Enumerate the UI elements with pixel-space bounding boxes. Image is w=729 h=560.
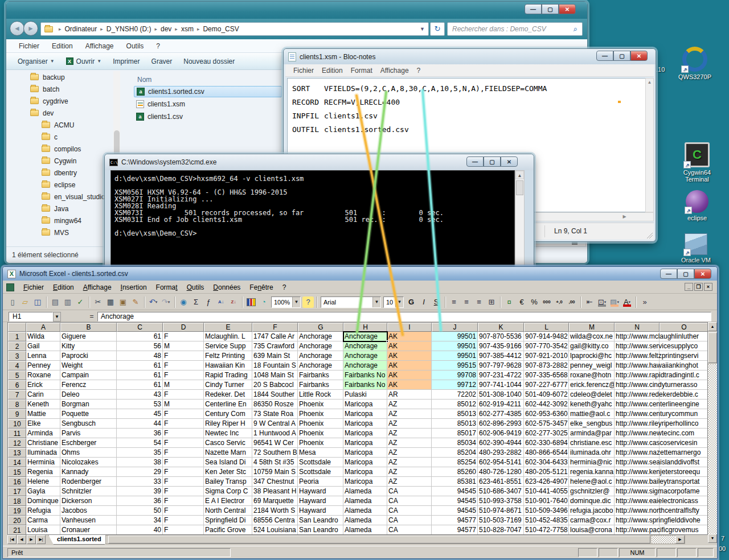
new-document-icon[interactable]: ▯ — [7, 297, 18, 308]
restore-button[interactable]: ▢ — [677, 269, 694, 279]
cell-L10[interactable]: 602-575-3457 — [524, 419, 569, 429]
cell-L1[interactable]: 907-914-9482 — [524, 332, 569, 341]
cell-K17[interactable]: 510-686-3407 — [478, 487, 524, 496]
cell-C14[interactable]: 38 — [117, 458, 163, 467]
cell-B18[interactable]: Dickerson — [60, 496, 117, 506]
column-header-E[interactable]: E — [204, 323, 252, 332]
grid-hscrollbar[interactable]: ▶ — [105, 535, 685, 544]
workbook-restore-button[interactable]: ❐ — [694, 283, 703, 291]
cell-H7[interactable]: Pulaski — [343, 390, 387, 400]
cell-I12[interactable]: AZ — [387, 438, 432, 448]
cell-I16[interactable]: AZ — [387, 477, 432, 487]
cell-J21[interactable]: 94577 — [432, 525, 478, 535]
cell-I13[interactable]: AZ — [387, 448, 432, 458]
cell-C2[interactable]: 56 — [117, 341, 163, 351]
cell-C10[interactable]: 44 — [117, 419, 163, 429]
cell-F2[interactable]: 735 Crawford — [252, 341, 298, 351]
breadcrumb-item[interactable]: dev — [161, 25, 171, 33]
menu-item[interactable]: Fenêtre — [249, 283, 273, 291]
tree-item-mvs[interactable]: MVS — [9, 227, 113, 236]
menu-item[interactable]: ? — [417, 67, 421, 75]
cell-G9[interactable]: Phoenix — [298, 409, 343, 419]
cell-K7[interactable]: 501-308-1040 — [478, 390, 524, 400]
cell-A3[interactable]: Lenna — [26, 351, 60, 361]
row-header-18[interactable]: 18 — [8, 496, 26, 506]
cell-C20[interactable]: 34 — [117, 516, 163, 525]
cell-A19[interactable]: Refugia — [26, 506, 60, 516]
cell-F14[interactable]: 4 58th St #35 — [252, 458, 298, 467]
cell-L21[interactable]: 510-472-7758 — [524, 525, 569, 535]
cell-D4[interactable]: F — [163, 361, 204, 370]
thousands-icon[interactable]: 000 — [541, 297, 552, 308]
cell-A21[interactable]: Louisa — [26, 525, 60, 535]
breadcrumb-item[interactable]: Demo_CSV — [203, 25, 239, 33]
cell-D9[interactable]: F — [163, 409, 204, 419]
cell-I19[interactable]: CA — [387, 506, 432, 516]
cell-H20[interactable]: Alameda — [343, 516, 387, 525]
redo-icon[interactable]: ↷▾ — [160, 297, 171, 308]
breadcrumb-item[interactable]: Ordinateur — [65, 25, 97, 33]
tree-item-backup[interactable]: backup — [9, 71, 113, 83]
close-button[interactable]: ✕ — [501, 157, 518, 167]
cell-C13[interactable]: 35 — [117, 448, 163, 458]
column-header-F[interactable]: F — [252, 323, 298, 332]
cell-N13[interactable]: http://www.nazettemarnergo — [615, 448, 660, 458]
cell-F8[interactable]: 86350 Rosze — [252, 400, 298, 409]
cell-L3[interactable]: 907-921-2010 — [524, 351, 569, 361]
column-header-I[interactable]: I — [387, 323, 432, 332]
cell-I1[interactable]: AK — [387, 332, 432, 341]
cell-E6[interactable]: Cindy Turner — [204, 380, 252, 390]
notepad-title-bar[interactable]: clients1.xsm - Bloc-notes — ▢ ✕ — [284, 49, 656, 64]
undo-icon[interactable]: ↶▾ — [148, 297, 159, 308]
cell-D5[interactable]: F — [163, 370, 204, 380]
desktop-icon-oracle-vm[interactable]: ↗ Oracle VM — [674, 233, 718, 263]
cell-N7[interactable]: http://www.redekerdebbie.c — [615, 390, 660, 400]
notepad-vscrollbar[interactable]: ▲ — [645, 78, 654, 212]
cell-K5[interactable]: 907-231-4722 — [478, 370, 524, 380]
cell-K1[interactable]: 907-870-5536 — [478, 332, 524, 341]
cell-L12[interactable]: 602-330-6894 — [524, 438, 569, 448]
cell-L13[interactable]: 480-866-6544 — [524, 448, 569, 458]
row-header-16[interactable]: 16 — [8, 477, 26, 487]
cell-C8[interactable]: 53 — [117, 400, 163, 409]
print-preview-icon[interactable]: ▥ — [62, 297, 73, 308]
menu-item[interactable]: Fichier — [23, 283, 44, 291]
cell-K4[interactable]: 907-797-9628 — [478, 361, 524, 370]
equals-button[interactable]: = — [87, 312, 96, 322]
cell-D2[interactable]: M — [163, 341, 204, 351]
next-sheet-icon[interactable]: ▶ — [27, 535, 36, 544]
cell-D10[interactable]: F — [163, 419, 204, 429]
menu-item[interactable]: Fichier — [19, 42, 39, 50]
row-header-15[interactable]: 15 — [8, 467, 26, 477]
ouvrir-button[interactable]: XOuvrir▼ — [66, 57, 102, 65]
cell-K12[interactable]: 602-390-4944 — [478, 438, 524, 448]
row-header-1[interactable]: 1 — [8, 332, 26, 341]
currency-icon[interactable]: ¤ — [503, 297, 515, 308]
menu-item[interactable]: Insertion — [121, 283, 147, 291]
cell-G4[interactable]: Anchorage — [298, 361, 343, 370]
cell-F16[interactable]: 347 Chestnut — [252, 477, 298, 487]
cell-B16[interactable]: Rodenberger — [60, 477, 117, 487]
cell-L18[interactable]: 510-901-7640 — [524, 496, 569, 506]
cell-E13[interactable]: Nazette Marn — [204, 448, 252, 458]
more-buttons-icon[interactable]: » — [639, 297, 650, 308]
decrease-indent-icon[interactable]: ⇤ — [584, 297, 595, 308]
cell-I11[interactable]: AZ — [387, 429, 432, 438]
cell-K21[interactable]: 510-828-7047 — [478, 525, 524, 535]
cell-L7[interactable]: 501-409-6072 — [524, 390, 569, 400]
column-header-D[interactable]: D — [163, 323, 204, 332]
cell-B3[interactable]: Paprocki — [60, 351, 117, 361]
cell-F15[interactable]: 10759 Main S — [252, 467, 298, 477]
file-item[interactable]: clients1.xsm — [134, 98, 282, 110]
cell-D17[interactable]: F — [163, 487, 204, 496]
cell-M10[interactable]: elke_sengbus — [569, 419, 615, 429]
row-header-7[interactable]: 7 — [8, 390, 26, 400]
cell-N6[interactable]: http://www.cindyturnerasso — [615, 380, 660, 390]
cell-A18[interactable]: Dominque — [26, 496, 60, 506]
row-header-17[interactable]: 17 — [8, 487, 26, 496]
cell-N10[interactable]: http://www.rileyriperhollinco — [615, 419, 660, 429]
cell-J10[interactable]: 85013 — [432, 419, 478, 429]
cell-G20[interactable]: San Leandro — [298, 516, 343, 525]
cell-I9[interactable]: AZ — [387, 409, 432, 419]
cell-E18[interactable]: E A I Electror — [204, 496, 252, 506]
